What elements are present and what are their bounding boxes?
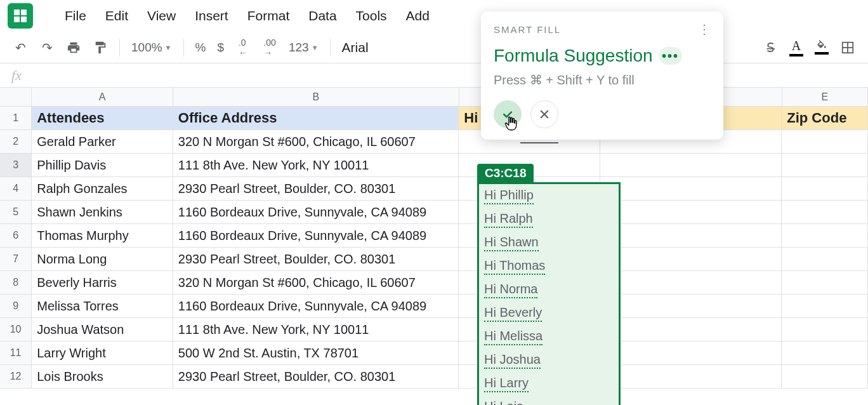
header-attendees[interactable]: Attendees (32, 107, 173, 130)
formula-more-button[interactable]: ••• (659, 47, 682, 65)
row-header[interactable]: 4 (0, 177, 32, 201)
row-header[interactable]: 6 (0, 224, 32, 248)
cell[interactable]: Joshua Watson (32, 318, 173, 342)
dismiss-suggestion-button[interactable] (530, 100, 558, 128)
strikethrough-icon[interactable]: S̶ (763, 40, 778, 55)
col-header-E[interactable]: E (782, 88, 868, 107)
increase-decimal-icon[interactable]: .00→ (262, 40, 277, 55)
undo-icon[interactable]: ↶ (13, 40, 28, 55)
fill-color-button[interactable] (815, 40, 829, 55)
cell[interactable] (782, 224, 868, 248)
cell[interactable] (782, 177, 868, 201)
cell[interactable]: Thomas Murphy (32, 224, 173, 248)
text-color-button[interactable]: A (789, 39, 803, 56)
redo-icon[interactable]: ↷ (39, 40, 55, 55)
cell[interactable]: 320 N Morgan St #600, Chicago, IL 60607 (173, 130, 459, 154)
cell[interactable]: Beverly Harris (32, 271, 173, 295)
cell[interactable] (782, 295, 868, 318)
print-icon[interactable] (66, 40, 81, 55)
header-office-address[interactable]: Office Address (173, 107, 459, 130)
cell[interactable]: Melissa Torres (32, 295, 173, 318)
row-header[interactable]: 12 (0, 365, 32, 388)
table-row: 6 Thomas Murphy 1160 Bordeaux Drive, Sun… (0, 224, 868, 248)
menu-view[interactable]: View (147, 8, 176, 23)
row-header[interactable]: 1 (0, 107, 32, 130)
cell[interactable]: Norma Long (32, 248, 173, 271)
cell[interactable] (600, 201, 782, 224)
cell[interactable]: 2930 Pearl Street, Boulder, CO. 80301 (173, 248, 459, 271)
cell[interactable]: 500 W 2nd St. Austin, TX 78701 (173, 342, 459, 365)
col-header-B[interactable]: B (173, 88, 459, 107)
select-all-corner[interactable] (0, 88, 32, 107)
decrease-decimal-icon[interactable]: .0← (235, 40, 251, 55)
number-format-dropdown[interactable]: 123▼ (289, 41, 319, 55)
format-percent[interactable]: % (195, 41, 206, 55)
menu-addons[interactable]: Add (406, 8, 430, 23)
cell[interactable] (600, 342, 782, 365)
suggest-cell: Hi Beverly (479, 302, 619, 325)
cell[interactable]: 2930 Pearl Street, Boulder, CO. 80301 (173, 365, 459, 388)
menu-insert[interactable]: Insert (195, 8, 228, 23)
column-headers: A B E (0, 88, 868, 107)
font-family-dropdown[interactable]: Arial (342, 40, 369, 55)
cell[interactable] (600, 295, 782, 318)
row-header[interactable]: 8 (0, 271, 32, 295)
toolbar: ↶ ↷ 100%▼ % $ .0← .00→ 123▼ Arial S̶ A (0, 32, 868, 63)
cell[interactable] (782, 248, 868, 271)
accept-suggestion-button[interactable] (494, 100, 522, 128)
cell[interactable]: Gerald Parker (32, 130, 173, 154)
spreadsheet-grid[interactable]: A B E 1 Attendees Office Address Hi E-ma… (0, 88, 868, 388)
col-header-A[interactable]: A (32, 88, 173, 107)
cell[interactable] (782, 318, 868, 342)
row-header[interactable]: 3 (0, 154, 32, 177)
cell[interactable]: 320 N Morgan St #600, Chicago, IL 60607 (173, 271, 459, 295)
row-header[interactable]: 2 (0, 130, 32, 154)
paint-format-icon[interactable] (93, 40, 108, 55)
format-currency[interactable]: $ (217, 41, 224, 55)
more-vert-icon[interactable]: ⋮ (698, 22, 711, 37)
table-row: 12 Lois Brooks 2930 Pearl Street, Boulde… (0, 365, 868, 388)
table-row: 2 Gerald Parker 320 N Morgan St #600, Ch… (0, 130, 868, 154)
cell[interactable] (782, 201, 868, 224)
menu-format[interactable]: Format (247, 8, 290, 23)
cell[interactable] (600, 271, 782, 295)
cell[interactable] (782, 342, 868, 365)
cell[interactable]: Lois Brooks (32, 365, 173, 388)
menu-edit[interactable]: Edit (105, 8, 128, 23)
header-zip[interactable]: Zip Code (782, 107, 868, 130)
menu-tools[interactable]: Tools (356, 8, 387, 23)
row-header[interactable]: 5 (0, 201, 32, 224)
cell[interactable]: 111 8th Ave. New York, NY 10011 (173, 318, 459, 342)
cell[interactable]: Phillip Davis (32, 154, 173, 177)
cell[interactable] (600, 365, 782, 388)
cell[interactable] (600, 248, 782, 271)
cell[interactable] (600, 224, 782, 248)
menu: File Edit View Insert Format Data Tools … (65, 8, 430, 23)
cell[interactable]: 1160 Bordeaux Drive, Sunnyvale, CA 94089 (173, 201, 459, 224)
cell[interactable]: 1160 Bordeaux Drive, Sunnyvale, CA 94089 (173, 224, 459, 248)
cell[interactable] (600, 154, 782, 177)
cell[interactable] (600, 177, 782, 201)
cell[interactable] (782, 130, 868, 154)
cell[interactable] (600, 318, 782, 342)
borders-icon[interactable] (840, 40, 855, 55)
row-header[interactable]: 7 (0, 248, 32, 271)
cell[interactable] (782, 365, 868, 388)
row-header[interactable]: 10 (0, 318, 32, 342)
zoom-dropdown[interactable]: 100%▼ (131, 41, 172, 55)
cell[interactable]: Ralph Gonzales (32, 177, 173, 201)
cell[interactable]: Larry Wright (32, 342, 173, 365)
suggest-cell: Hi Phillip (479, 184, 619, 208)
row-header[interactable]: 9 (0, 295, 32, 318)
smartfill-label: SMART FILL (494, 24, 561, 35)
cell[interactable]: 2930 Pearl Street, Boulder, CO. 80301 (173, 177, 459, 201)
cell[interactable] (782, 271, 868, 295)
cell[interactable]: 111 8th Ave. New York, NY 10011 (173, 154, 459, 177)
menu-file[interactable]: File (65, 8, 86, 23)
menu-data[interactable]: Data (308, 8, 336, 23)
cell[interactable]: 1160 Bordeaux Drive, Sunnyvale, CA 94089 (173, 295, 459, 318)
cell[interactable]: Shawn Jenkins (32, 201, 173, 224)
formula-input[interactable] (33, 63, 868, 87)
cell[interactable] (782, 154, 868, 177)
row-header[interactable]: 11 (0, 342, 32, 365)
